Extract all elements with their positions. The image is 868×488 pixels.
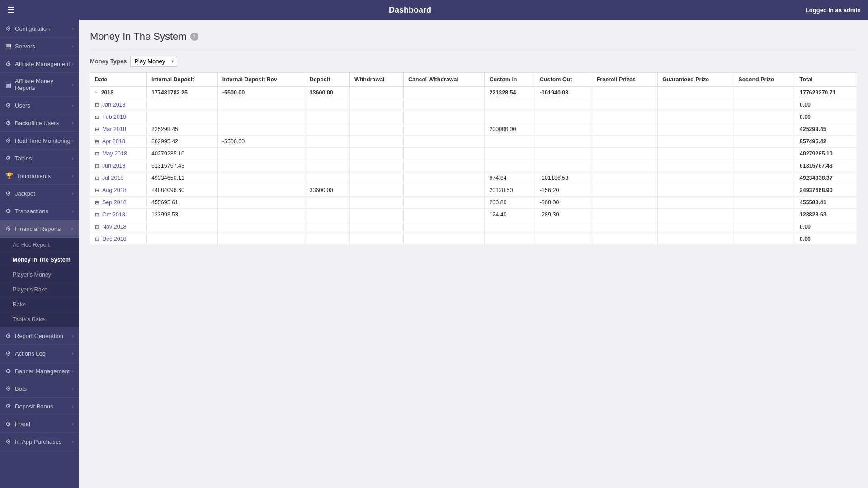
sidebar-item-transactions[interactable]: ⚙ Transactions › (0, 202, 79, 220)
expand-button[interactable]: ⊞ (95, 200, 100, 205)
cell-internal-deposit: 61315767.43 (146, 160, 217, 172)
cell-deposit: 33600.00 (305, 87, 349, 99)
date-link[interactable]: Nov 2018 (102, 224, 127, 230)
chevron-tables: › (72, 155, 74, 161)
cell-date: ⊞ Aug 2018 (90, 184, 147, 197)
sidebar-item-banner-management[interactable]: ⚙ Banner Management › (0, 362, 79, 380)
sidebar-item-users[interactable]: ⚙ Users › (0, 97, 79, 114)
expand-button[interactable]: ⊞ (95, 212, 100, 217)
expand-button[interactable]: ⊞ (95, 163, 100, 169)
col-withdrawal: Withdrawal (350, 73, 404, 87)
table-row: ⊞ Dec 20180.00 (90, 233, 857, 245)
submenu-players-rake[interactable]: Player's Rake (0, 282, 79, 297)
sidebar-item-financial-reports[interactable]: ⚙ Financial Reports ∨ (0, 220, 79, 238)
cell-date: ⊞ Sep 2018 (90, 197, 147, 209)
sidebar-item-report-generation[interactable]: ⚙ Report Generation › (0, 327, 79, 345)
cell-withdrawal (350, 123, 404, 136)
servers-icon: ▤ (5, 42, 11, 50)
sidebar-item-tables[interactable]: ⚙ Tables › (0, 150, 79, 167)
cell-freeroll-prizes (592, 87, 658, 99)
cell-guaranteed-prize (658, 87, 734, 99)
cell-deposit (305, 160, 349, 172)
cell-custom-out: -156.20 (535, 184, 592, 197)
expand-button[interactable]: ⊞ (95, 175, 100, 181)
cell-guaranteed-prize (658, 123, 734, 136)
expand-button[interactable]: ⊞ (95, 102, 100, 108)
in-app-purchases-icon: ⚙ (5, 438, 11, 445)
expand-button[interactable]: ⊞ (95, 139, 100, 144)
date-link[interactable]: Sep 2018 (102, 199, 127, 206)
sidebar-item-configuration[interactable]: ⚙ Configuration › (0, 20, 79, 38)
date-link[interactable]: Jun 2018 (102, 163, 125, 169)
table-row: ⊞ Aug 201824884096.6033600.0020128.50-15… (90, 184, 857, 197)
date-link[interactable]: Feb 2018 (102, 114, 126, 120)
cell-custom-in: 200.80 (485, 197, 535, 209)
cell-total: 177629270.71 (795, 87, 857, 99)
cell-freeroll-prizes (592, 184, 658, 197)
expand-button[interactable]: ⊞ (95, 224, 100, 230)
cell-cancel-withdrawal (403, 111, 484, 123)
sidebar-label-servers: Servers (15, 43, 35, 50)
sidebar-item-real-time-monitoring[interactable]: ⚙ Real Time Monitoring › (0, 132, 79, 150)
affiliate-money-reports-icon: ▤ (5, 81, 11, 88)
cell-internal-deposit-rev (217, 123, 305, 136)
sidebar-item-bots[interactable]: ⚙ Bots › (0, 380, 79, 398)
cell-cancel-withdrawal (403, 87, 484, 99)
submenu-rake[interactable]: Rake (0, 297, 79, 312)
expand-button[interactable]: ⊞ (95, 127, 100, 132)
submenu-players-money[interactable]: Player's Money (0, 267, 79, 282)
submenu-money-in-the-system[interactable]: Money In The System (0, 253, 79, 267)
date-link[interactable]: Apr 2018 (102, 138, 125, 145)
cell-freeroll-prizes (592, 221, 658, 233)
expand-button[interactable]: ⊞ (95, 236, 100, 242)
cell-total: 0.00 (795, 233, 857, 245)
sidebar-item-in-app-purchases[interactable]: ⚙ In-App Purchases › (0, 433, 79, 450)
date-link[interactable]: Mar 2018 (102, 126, 126, 132)
report-generation-icon: ⚙ (5, 332, 11, 339)
cell-date: ⊞ Nov 2018 (90, 221, 147, 233)
sidebar-label-bots: Bots (15, 385, 27, 392)
date-link[interactable]: May 2018 (102, 150, 127, 157)
sidebar-item-affiliate-money-reports[interactable]: ▤ Affiliate Money Reports › (0, 73, 79, 97)
main-content: Money In The System ? Money Types Play M… (79, 20, 868, 488)
sidebar-item-actions-log[interactable]: ⚙ Actions Log › (0, 345, 79, 362)
cell-internal-deposit-rev (217, 160, 305, 172)
sidebar-item-servers[interactable]: ▤ Servers › (0, 38, 79, 55)
expand-button[interactable]: ⊞ (95, 151, 100, 156)
money-in-system-table: Date Internal Deposit Internal Deposit R… (90, 72, 857, 245)
expand-button[interactable]: ⊞ (95, 114, 100, 120)
sidebar-label-tournaments: Tournaments (17, 173, 51, 179)
table-header: Date Internal Deposit Internal Deposit R… (90, 73, 857, 87)
cell-guaranteed-prize (658, 233, 734, 245)
date-link[interactable]: Oct 2018 (102, 211, 125, 218)
chevron-users: › (72, 103, 74, 108)
date-link[interactable]: Dec 2018 (102, 236, 127, 242)
sidebar-item-affiliate-management[interactable]: ⚙ Affiliate Management › (0, 55, 79, 73)
submenu-ad-hoc-report[interactable]: Ad Hoc Report (0, 238, 79, 253)
cell-cancel-withdrawal (403, 99, 484, 111)
cell-total: 0.00 (795, 99, 857, 111)
help-icon[interactable]: ? (190, 33, 198, 41)
cell-second-prize (734, 87, 795, 99)
cell-cancel-withdrawal (403, 136, 484, 148)
submenu-tables-rake[interactable]: Table's Rake (0, 312, 79, 327)
sidebar-item-tournaments[interactable]: 🏆 Tournaments › (0, 167, 79, 185)
money-type-select[interactable]: Play Money Real Money (130, 56, 177, 67)
date-link[interactable]: Jul 2018 (102, 175, 123, 181)
date-link[interactable]: Aug 2018 (102, 187, 127, 193)
sidebar-item-jackpot[interactable]: ⚙ Jackpot › (0, 185, 79, 202)
sidebar-item-fraud[interactable]: ⚙ Fraud › (0, 415, 79, 433)
cell-withdrawal (350, 99, 404, 111)
cell-deposit (305, 99, 349, 111)
table-row: ⊞ Oct 2018123993.53124.40-289.30123828.6… (90, 209, 857, 221)
hamburger-menu[interactable]: ☰ (7, 5, 14, 15)
cell-custom-in (485, 111, 535, 123)
expand-button[interactable]: ⊞ (95, 188, 100, 193)
cell-custom-in: 200000.00 (485, 123, 535, 136)
sidebar-item-deposit-bonus[interactable]: ⚙ Deposit Bonus › (0, 398, 79, 415)
date-link[interactable]: Jan 2018 (102, 102, 125, 108)
cell-custom-out (535, 123, 592, 136)
cell-freeroll-prizes (592, 148, 658, 160)
sidebar-item-backoffice-users[interactable]: ⚙ Backoffice Users › (0, 114, 79, 132)
expand-button[interactable]: − (95, 90, 99, 95)
